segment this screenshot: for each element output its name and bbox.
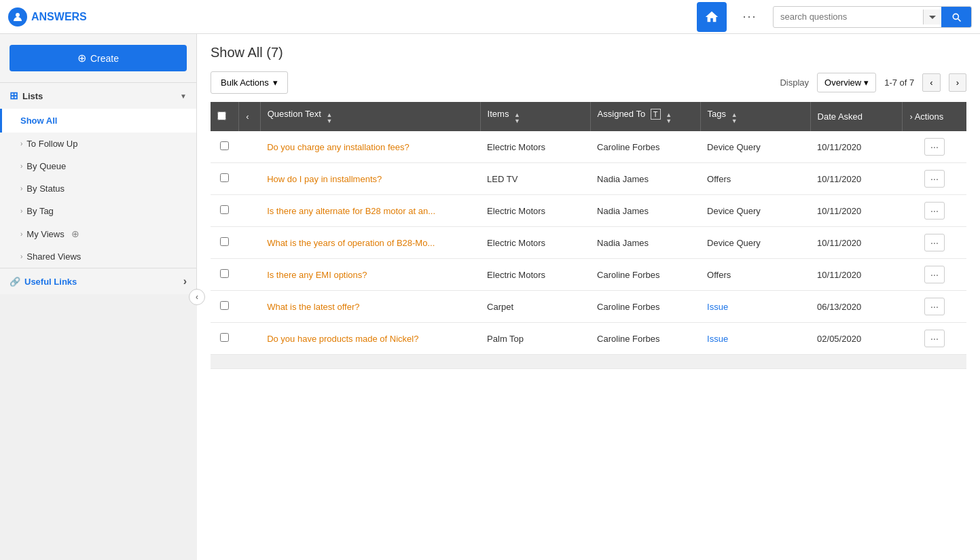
row-checkbox-cell (211, 323, 239, 355)
lists-header[interactable]: ⊞ Lists ▼ (0, 83, 196, 109)
home-button[interactable] (697, 2, 727, 32)
row-items: LED TV (480, 163, 590, 195)
col-header-items[interactable]: Items ▲▼ (480, 102, 590, 131)
row-action-button[interactable]: ··· (924, 298, 945, 315)
row-tags: Offers (700, 163, 810, 195)
row-actions-cell: ··· (903, 131, 966, 163)
date-asked-label: Date Asked (818, 111, 863, 122)
row-action-button[interactable]: ··· (924, 234, 945, 251)
my-views-label: My Views (26, 229, 64, 239)
sidebar-collapse-button[interactable]: ‹ (189, 289, 205, 305)
row-checkbox-cell (211, 195, 239, 227)
row-actions-cell: ··· (903, 259, 966, 291)
items-label: Items (488, 109, 509, 119)
col-header-checkbox (211, 102, 239, 131)
create-button[interactable]: ⊕ Create (10, 45, 187, 71)
row-assigned-to: Nadia James (590, 195, 700, 227)
pagination-prev-button[interactable]: ‹ (922, 73, 940, 92)
sidebar-item-show-all[interactable]: Show All (0, 109, 196, 133)
table-row: Do you have products made of Nickel? Pal… (211, 323, 966, 355)
col-header-nav: ‹ (239, 102, 260, 131)
row-nav-cell (239, 323, 260, 355)
assigned-sort-icon: ▲▼ (666, 112, 672, 124)
row-items: Palm Top (480, 323, 590, 355)
assigned-filter-icon: T (651, 109, 661, 120)
lists-label: Lists (22, 91, 43, 101)
row-question[interactable]: Do you charge any installation fees? (260, 131, 480, 163)
sidebar-item-to-follow-up[interactable]: › To Follow Up (0, 133, 196, 155)
tags-label: Tags (708, 109, 726, 119)
row-tags: Issue (700, 291, 810, 323)
search-container (773, 6, 972, 28)
col-header-assigned[interactable]: Assigned To T ▲▼ (590, 102, 700, 131)
search-input[interactable] (774, 7, 923, 26)
more-options-button[interactable]: ··· (735, 2, 765, 32)
my-views-plus-icon: ⊕ (71, 228, 79, 239)
row-action-button[interactable]: ··· (924, 330, 945, 347)
row-checkbox[interactable] (220, 333, 229, 342)
to-follow-up-chevron-icon: › (20, 140, 22, 147)
row-actions-cell: ··· (903, 323, 966, 355)
row-actions-cell: ··· (903, 291, 966, 323)
search-button[interactable] (941, 7, 971, 27)
row-question[interactable]: Do you have products made of Nickel? (260, 323, 480, 355)
row-question[interactable]: What is the years of operation of B28-Mo… (260, 227, 480, 259)
row-checkbox[interactable] (220, 205, 229, 214)
row-action-button[interactable]: ··· (924, 138, 945, 156)
col-header-question[interactable]: Question Text ▲▼ (260, 102, 480, 131)
sidebar-item-my-views[interactable]: › My Views ⊕ (0, 222, 196, 245)
pagination-next-button[interactable]: › (949, 73, 966, 92)
scrollbar-row (211, 355, 966, 369)
bulk-actions-button[interactable]: Bulk Actions ▾ (211, 71, 288, 94)
row-nav-cell (239, 227, 260, 259)
by-status-label: By Status (26, 183, 65, 194)
row-question[interactable]: Is there any alternate for B28 motor at … (260, 195, 480, 227)
search-dropdown-button[interactable] (923, 10, 941, 24)
table-body: Do you charge any installation fees? Ele… (211, 131, 966, 369)
row-date-asked: 10/11/2020 (810, 163, 903, 195)
row-checkbox[interactable] (220, 269, 229, 278)
row-action-button[interactable]: ··· (924, 170, 945, 188)
create-plus-icon: ⊕ (77, 52, 86, 65)
row-checkbox-cell (211, 259, 239, 291)
row-nav-cell (239, 131, 260, 163)
sidebar-item-by-status[interactable]: › By Status (0, 177, 196, 200)
sidebar-item-useful-links[interactable]: 🔗 Useful Links › (0, 268, 196, 294)
row-items: Electric Motors (480, 227, 590, 259)
row-action-button[interactable]: ··· (924, 202, 945, 220)
row-tags: Device Query (700, 195, 810, 227)
assigned-to-label: Assigned To (598, 109, 646, 119)
lists-grid-icon: ⊞ (10, 90, 18, 102)
row-nav-cell (239, 163, 260, 195)
table-row: What is the latest offer? Carpet Carolin… (211, 291, 966, 323)
col-header-tags[interactable]: Tags ▲▼ (700, 102, 810, 131)
sidebar-item-by-tag[interactable]: › By Tag (0, 200, 196, 222)
row-question[interactable]: How do I pay in installments? (260, 163, 480, 195)
sidebar-item-shared-views[interactable]: › Shared Views (0, 245, 196, 268)
row-nav-cell (239, 291, 260, 323)
useful-links-chain-icon: 🔗 (10, 277, 20, 287)
sidebar-item-by-queue[interactable]: › By Queue (0, 155, 196, 177)
by-queue-chevron-icon: › (20, 162, 22, 170)
row-checkbox[interactable] (220, 141, 229, 150)
create-label: Create (90, 53, 119, 64)
display-dropdown[interactable]: Overview ▾ (817, 73, 876, 92)
row-assigned-to: Caroline Forbes (590, 131, 700, 163)
row-action-button[interactable]: ··· (924, 266, 945, 283)
row-tags: Device Query (700, 227, 810, 259)
row-actions-cell: ··· (903, 227, 966, 259)
row-question[interactable]: What is the latest offer? (260, 291, 480, 323)
col-header-date[interactable]: Date Asked (810, 102, 903, 131)
brand-label: ANSWERS (31, 11, 87, 23)
useful-links-label: Useful Links (24, 277, 77, 287)
display-dropdown-chevron-icon: ▾ (864, 77, 869, 88)
toolbar: Bulk Actions ▾ Display Overview ▾ 1-7 of… (211, 71, 966, 94)
select-all-checkbox[interactable] (217, 111, 226, 120)
row-checkbox[interactable] (220, 173, 229, 182)
row-checkbox[interactable] (220, 237, 229, 246)
row-assigned-to: Caroline Forbes (590, 323, 700, 355)
bulk-actions-chevron-icon: ▾ (273, 77, 278, 88)
row-question[interactable]: Is there any EMI options? (260, 259, 480, 291)
row-checkbox[interactable] (220, 301, 229, 310)
row-date-asked: 02/05/2020 (810, 323, 903, 355)
